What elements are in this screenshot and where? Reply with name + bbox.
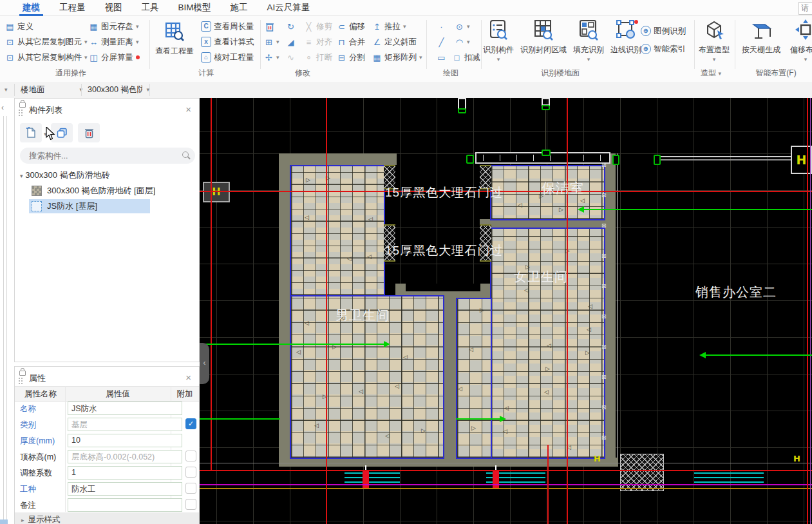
- panel-collapse-tab[interactable]: ‹: [200, 343, 209, 384]
- view-perimeter-button[interactable]: C查看周长量: [201, 21, 254, 32]
- attach-checkbox[interactable]: [185, 467, 196, 478]
- wall-hatch-mark: ⊠: [601, 374, 607, 380]
- deduct-button[interactable]: □扣减: [452, 52, 480, 63]
- check-quantity-button[interactable]: ⌂核对工程量: [201, 52, 254, 63]
- offset-place-button[interactable]: 偏移布置▾: [784, 19, 812, 63]
- copy-elements-icon: ⊡: [5, 37, 15, 47]
- recognize-closed-region-icon: [533, 19, 554, 41]
- category-dropdown[interactable]: 楼地面▾: [17, 82, 86, 98]
- property-value-field[interactable]: 层底标高-0.002(-0.052): [68, 450, 182, 463]
- edge-recognize-button[interactable]: 边线识别: [607, 19, 645, 55]
- define-button[interactable]: ▤定义: [5, 21, 33, 32]
- property-value-field[interactable]: 防水工: [68, 482, 182, 496]
- legend-recognize-button[interactable]: ⊕图例识别: [641, 25, 686, 37]
- push-pull-button[interactable]: ↥推拉▾: [372, 21, 406, 32]
- break-icon: ⚬: [304, 53, 314, 63]
- drawing-canvas[interactable]: ▷◁◁▷◁◁ ▷◁◁▷◁◁▷◁◁▷◁◁ ▷◁◁▷ ▷◁◁▷◁◁▷◁◁▷◁◁ ▷◁…: [200, 98, 812, 524]
- dock-divider: [6, 116, 7, 524]
- collapse-chevron-icon[interactable]: ‹: [1, 103, 4, 112]
- place-shape-button[interactable]: 布置造型▾: [693, 19, 735, 63]
- drag-grip-icon[interactable]: [19, 110, 20, 111]
- toolbar-separator: [149, 84, 150, 96]
- cad-label-sales-office: 销售办公室二: [695, 284, 777, 301]
- display-style-section[interactable]: ▸显示样式: [15, 512, 199, 524]
- attach-checkbox[interactable]: [185, 483, 196, 494]
- tree-group-row[interactable]: ▾ 300x300 褐色防滑地砖: [20, 170, 110, 181]
- lock-icon[interactable]: [19, 102, 26, 108]
- tab-quantities[interactable]: 工程量: [50, 0, 95, 16]
- delete-component-button[interactable]: [78, 123, 100, 142]
- view-quantity-button[interactable]: 查看工程量: [152, 21, 197, 57]
- mirror-button[interactable]: ◢: [286, 36, 296, 48]
- property-name: 调整系数: [20, 468, 52, 479]
- drag-grip-icon[interactable]: [19, 378, 20, 379]
- attach-checkbox[interactable]: [185, 451, 196, 461]
- tree-item-waterproof-base[interactable]: JS防水 [基层]: [29, 199, 150, 213]
- component-dropdown[interactable]: 300x300 褐色防▾: [84, 82, 153, 98]
- rect-tool-button[interactable]: ▭: [437, 52, 446, 63]
- tab-construction[interactable]: 施工: [221, 0, 258, 16]
- rect-array-button[interactable]: ▦矩形阵列▾: [372, 52, 422, 63]
- break-line-button[interactable]: ∿: [286, 52, 296, 63]
- copy-elements-from-layer-button[interactable]: ⊡从其它层复制图元▾: [5, 36, 88, 48]
- tab-tools[interactable]: 工具: [132, 0, 169, 16]
- arc-tool-button[interactable]: ◠▾: [455, 36, 470, 48]
- left-dock-rail: ‹: [0, 98, 14, 524]
- merge-icon: ⊓: [337, 37, 346, 47]
- ribbon-separator: [149, 20, 150, 69]
- new-component-button[interactable]: [20, 123, 42, 142]
- split-screen-button[interactable]: ◫分屏算量: [89, 52, 140, 63]
- delete-button[interactable]: [265, 21, 274, 32]
- element-save-button[interactable]: ▦图元存盘▾: [89, 21, 139, 32]
- merge-button[interactable]: ⊓合并: [337, 36, 365, 48]
- define-icon: ▤: [5, 22, 15, 32]
- recognize-closed-region-button[interactable]: 识别封闭区域: [516, 19, 571, 55]
- tab-ai-cloud[interactable]: AI云尺算量: [258, 0, 320, 16]
- property-value-field[interactable]: 10: [68, 434, 182, 447]
- top-search-input[interactable]: 请: [798, 2, 812, 15]
- property-value-field[interactable]: [68, 498, 182, 512]
- copy-components-from-layer-button[interactable]: ⊡从其它层复制构件▾: [5, 52, 88, 63]
- tile-mark: ◁: [385, 433, 390, 439]
- recognize-component-button[interactable]: 识别构件▾: [478, 19, 519, 63]
- floor-tiles-men-upper[interactable]: ▷◁◁▷◁◁: [290, 165, 385, 296]
- fill-recognize-icon: [578, 19, 599, 41]
- view-formula-button[interactable]: x查看计算式: [201, 36, 254, 48]
- close-icon[interactable]: ×: [185, 104, 191, 115]
- break-button[interactable]: ⚬打断: [304, 52, 332, 63]
- trim-button[interactable]: ╳修剪: [304, 21, 332, 32]
- define-slope-button[interactable]: ∠定义斜面: [372, 36, 417, 48]
- align-button[interactable]: ≡对齐: [304, 36, 332, 48]
- attach-checkbox-checked[interactable]: ✓: [185, 418, 196, 429]
- property-value-field[interactable]: JS防水: [68, 402, 182, 415]
- copy-button[interactable]: ⊞▾: [264, 36, 279, 48]
- tree-item-surface-layer[interactable]: 300x300 褐色防滑地砖 [面层]: [29, 184, 155, 198]
- floor-tiles-women-main[interactable]: ▷◁◁▷◁◁▷◁◁▷◁◁: [490, 228, 605, 459]
- trash-icon: [265, 22, 274, 32]
- point-tool-button[interactable]: ∙: [437, 21, 446, 32]
- line-tool-button[interactable]: ╱: [437, 36, 446, 48]
- move-button[interactable]: ✢▾: [264, 52, 279, 63]
- tab-modeling[interactable]: 建模: [13, 0, 50, 16]
- offset-button[interactable]: ⊂偏移: [337, 21, 365, 32]
- circle-tool-button[interactable]: ⊙▾: [455, 21, 470, 32]
- close-icon[interactable]: ×: [185, 372, 191, 383]
- slope-icon: ∠: [372, 37, 382, 47]
- search-input[interactable]: [20, 148, 195, 164]
- legend-recognize-icon: ⊕: [641, 26, 651, 36]
- measure-distance-button[interactable]: ↔测量距离▾: [89, 36, 139, 48]
- check-quantity-icon: ⌂: [201, 52, 211, 63]
- split-button[interactable]: ⊟分割: [337, 52, 365, 63]
- attach-checkbox[interactable]: [185, 499, 196, 510]
- floor-tiles-women-ext[interactable]: ▷◁◁▷: [456, 298, 492, 459]
- tab-view[interactable]: 视图: [95, 0, 132, 16]
- tab-bim-model[interactable]: BIM模型: [169, 0, 221, 16]
- property-value-field[interactable]: 1: [68, 466, 182, 480]
- rotate-button[interactable]: ↻: [286, 21, 296, 32]
- overflow-chevron-icon[interactable]: ▾: [5, 86, 8, 93]
- generate-by-ceiling-button[interactable]: 按天棚生成: [738, 19, 784, 55]
- property-value-field[interactable]: 基层: [68, 418, 182, 431]
- fill-recognize-button[interactable]: 填充识别▾: [569, 19, 608, 63]
- smart-index-button[interactable]: ⊕智能索引: [641, 43, 686, 55]
- lock-icon[interactable]: [19, 371, 26, 376]
